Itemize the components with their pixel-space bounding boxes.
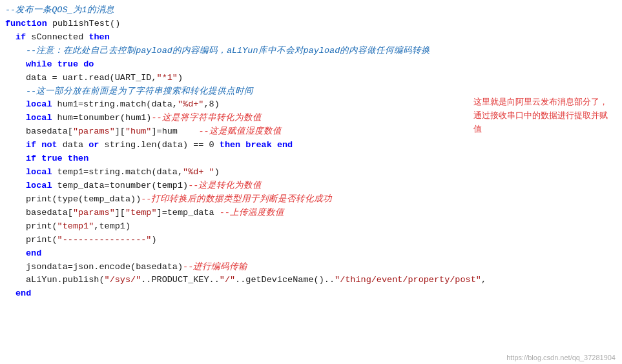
code-line: aLiYun.publish("/sys/"..PRODUCT_KEY.."/"… bbox=[5, 274, 622, 287]
code-line: end bbox=[5, 287, 622, 301]
code-container: --发布一条QOS_为1的消息function publishTest()if … bbox=[0, 0, 622, 364]
annotation-box: 这里就是向阿里云发布消息部分了，通过接收串口中的数据进行提取并赋值 bbox=[473, 96, 616, 136]
code-line: if true then bbox=[5, 152, 622, 166]
code-line: print(type(temp_data))--打印转换后的数据类型用于判断是否… bbox=[5, 193, 622, 207]
code-line: local temp_data=tonumber(temp1)--这是转化为数值 bbox=[5, 179, 622, 193]
code-line: basedata["params"]["temp"]=temp_data --上… bbox=[5, 207, 622, 220]
code-lines: --发布一条QOS_为1的消息function publishTest()if … bbox=[5, 4, 622, 301]
code-line: data = uart.read(UART_ID,"*1") bbox=[5, 72, 622, 85]
code-line: jsondata=json.encode(basedata)--进行编码传输 bbox=[5, 261, 622, 274]
code-line: while true do bbox=[5, 58, 622, 72]
code-line: local temp1=string.match(data,"%d+ ") bbox=[5, 166, 622, 179]
code-line: function publishTest() bbox=[5, 17, 622, 31]
code-line: print("----------------") bbox=[5, 234, 622, 247]
code-line: --注意：在此处自己去控制payload的内容编码，aLiYun库中不会对pay… bbox=[5, 45, 622, 58]
watermark: https://blog.csdn.net/qq_37281904 bbox=[506, 354, 616, 361]
code-line: if not data or string.len(data) == 0 the… bbox=[5, 139, 622, 152]
code-line: print("temp1",temp1) bbox=[5, 220, 622, 234]
code-line: --发布一条QOS_为1的消息 bbox=[5, 4, 622, 17]
code-line: end bbox=[5, 247, 622, 261]
code-line: if sConnected then bbox=[5, 31, 622, 45]
